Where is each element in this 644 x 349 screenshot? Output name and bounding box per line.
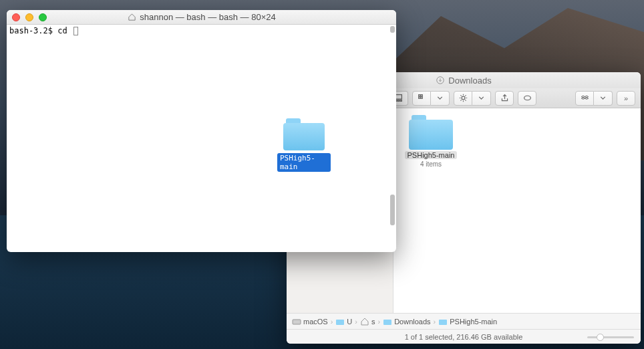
downloads-icon: [436, 76, 445, 85]
terminal-scroll-top[interactable]: [390, 26, 395, 33]
arrange-group: [412, 91, 450, 106]
finder-statusbar: 1 of 1 selected, 216.46 GB available: [287, 329, 641, 344]
path-users[interactable]: U: [335, 317, 352, 326]
terminal-title: shannon — bash — bash — 80×24: [7, 12, 396, 22]
svg-rect-15: [420, 97, 422, 98]
svg-rect-8: [395, 95, 402, 100]
svg-rect-10: [397, 100, 399, 102]
action-button[interactable]: [454, 91, 472, 106]
svg-rect-20: [293, 320, 301, 324]
folder-icon: [335, 317, 345, 326]
item-name: PSHigh5-main: [405, 151, 458, 159]
cloud-group: [575, 91, 613, 106]
drag-label: PSHigh5-main: [277, 153, 331, 172]
home-icon: [360, 317, 369, 326]
action-group: [454, 91, 491, 106]
dropbox-chevron[interactable]: [594, 91, 613, 106]
drag-ghost: PSHigh5-main: [277, 118, 331, 172]
path-current[interactable]: PSHigh5-main: [438, 317, 497, 326]
svg-rect-12: [418, 95, 420, 96]
finder-content[interactable]: PSHigh5-main 4 items: [393, 108, 641, 313]
arrange-chevron[interactable]: [431, 91, 450, 106]
svg-rect-21: [336, 320, 344, 325]
terminal-command: cd: [57, 26, 72, 35]
svg-rect-11: [400, 100, 401, 102]
path-macos[interactable]: macOS: [292, 317, 328, 326]
svg-rect-22: [383, 320, 391, 325]
path-sep: ›: [331, 318, 333, 326]
status-text: 1 of 1 selected, 216.46 GB available: [405, 333, 523, 341]
svg-rect-23: [439, 320, 447, 325]
terminal-titlebar[interactable]: shannon — bash — bash — 80×24: [7, 10, 396, 25]
path-sep: ›: [434, 318, 436, 326]
svg-point-16: [462, 96, 465, 100]
terminal-title-text: shannon — bash — bash — 80×24: [140, 12, 275, 22]
tags-button[interactable]: [518, 91, 536, 106]
terminal-scroll-thumb[interactable]: [390, 195, 395, 225]
home-icon: [127, 13, 136, 22]
folder-icon: [438, 317, 448, 326]
folder-icon: [409, 115, 453, 150]
toolbar-overflow[interactable]: »: [617, 91, 635, 106]
path-sep: ›: [377, 318, 380, 326]
path-sep: ›: [355, 318, 357, 326]
finder-item[interactable]: PSHigh5-main 4 items: [400, 115, 462, 306]
terminal-prompt: bash-3.2$: [9, 26, 57, 35]
terminal-cursor: [73, 27, 78, 35]
folder-icon: [383, 317, 392, 326]
folder-icon: [283, 118, 325, 150]
terminal-body[interactable]: bash-3.2$ cd PSHigh5-main: [7, 25, 396, 252]
path-home[interactable]: s: [360, 317, 375, 326]
terminal-window: shannon — bash — bash — 80×24 bash-3.2$ …: [7, 10, 396, 252]
finder-title-text: Downloads: [448, 76, 491, 86]
svg-rect-14: [418, 97, 420, 98]
disk-icon: [292, 317, 301, 326]
svg-rect-13: [420, 95, 422, 96]
icon-size-slider[interactable]: [587, 332, 634, 342]
svg-point-17: [524, 96, 530, 100]
item-meta: 4 items: [420, 160, 442, 168]
arrange-button[interactable]: [412, 91, 431, 106]
dropbox-button[interactable]: [575, 91, 594, 106]
path-downloads[interactable]: Downloads: [383, 317, 430, 326]
share-button[interactable]: [495, 91, 514, 106]
finder-pathbar: macOS › U › s › Downloads › PSHigh5-main: [287, 313, 641, 329]
action-chevron[interactable]: [472, 91, 491, 106]
